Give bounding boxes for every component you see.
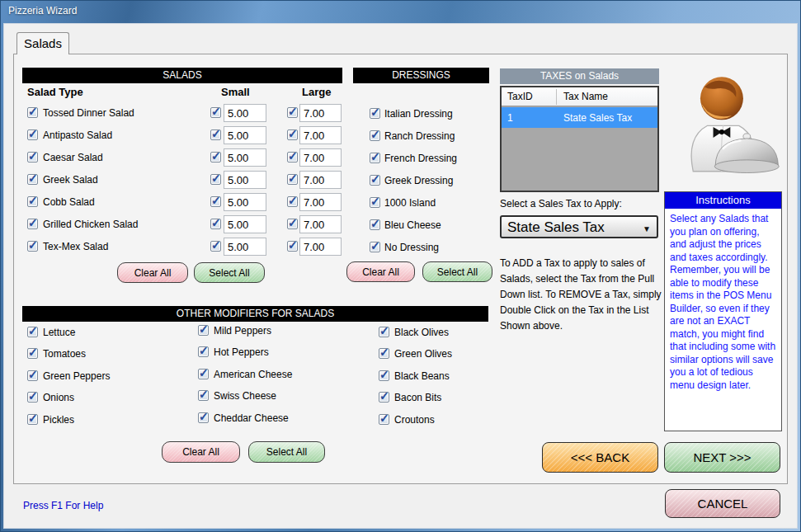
instructions-header: Instructions	[665, 192, 781, 209]
modifier-label: Pickles	[43, 413, 74, 426]
next-button[interactable]: NEXT >>>	[664, 442, 780, 473]
dressings-select-all-button[interactable]: Select All	[422, 261, 492, 282]
help-hint-text: Press F1 For Help	[23, 500, 103, 511]
tab-salads[interactable]: Salads	[16, 32, 69, 54]
dressing-checkbox[interactable]	[370, 153, 380, 163]
tax-grid-header-row: TaxID Tax Name	[502, 87, 657, 106]
modifier-checkbox[interactable]	[379, 327, 389, 337]
modifier-label: Bacon Bits	[394, 391, 441, 404]
dressing-checkbox[interactable]	[370, 108, 380, 119]
modifier-checkbox[interactable]	[379, 392, 389, 403]
salads-select-all-button[interactable]: Select All	[194, 262, 265, 283]
tax-grid-col-taxname: Tax Name	[563, 91, 608, 102]
modifier-label: Croutons	[394, 413, 435, 426]
modifier-label: American Cheese	[214, 368, 292, 381]
modifier-checkbox[interactable]	[27, 348, 38, 359]
modifier-checkbox[interactable]	[198, 369, 209, 379]
modifier-checkbox[interactable]	[27, 327, 38, 337]
sales-tax-dropdown-value: State Sales Tax	[507, 219, 605, 236]
pizzeria-wizard-window: Pizzeria Wizard Salads SALADS Salad Type…	[0, 0, 801, 532]
tax-grid[interactable]: TaxID Tax Name 1 State Sales Tax	[500, 86, 659, 192]
modifier-label: Green Olives	[394, 347, 452, 360]
instructions-panel: Instructions Select any Salads that you …	[664, 191, 782, 431]
large-column-header: Large	[302, 86, 331, 98]
dressing-checkbox[interactable]	[370, 242, 380, 252]
modifier-checkbox[interactable]	[27, 392, 38, 403]
modifier-checkbox[interactable]	[198, 412, 209, 423]
window-title: Pizzeria Wizard	[8, 5, 77, 16]
dressing-checkbox[interactable]	[370, 175, 380, 186]
tax-id-cell: 1	[507, 112, 513, 124]
dressing-checkbox[interactable]	[370, 130, 380, 141]
dressing-label: Greek Dressing	[384, 174, 453, 187]
modifier-label: Cheddar Cheese	[214, 412, 289, 425]
modifier-label: Black Olives	[394, 326, 449, 339]
modifier-label: Hot Peppers	[214, 346, 269, 359]
modifier-label: Black Beans	[394, 370, 450, 383]
tax-grid-row-selected[interactable]: 1 State Sales Tax	[502, 107, 657, 128]
tax-help-text: To ADD a Tax to apply to sales of Salads…	[500, 256, 663, 334]
taxes-section-header: TAXES on Salads	[500, 68, 659, 84]
title-bar[interactable]: Pizzeria Wizard	[0, 0, 801, 23]
chevron-down-icon: ▼	[643, 224, 651, 233]
dressing-label: Ranch Dressing	[384, 129, 455, 143]
back-button[interactable]: <<< BACK	[542, 442, 658, 473]
select-tax-label: Select a Sales Tax to Apply:	[500, 197, 622, 210]
tax-name-cell: State Sales Tax	[563, 112, 632, 124]
waiter-icon	[673, 59, 780, 190]
modifier-label: Lettuce	[43, 326, 75, 339]
modifier-label: Mild Peppers	[214, 324, 271, 337]
modifier-label: Green Peppers	[43, 370, 110, 383]
modifier-label: Swiss Cheese	[214, 389, 276, 403]
tax-grid-col-taxid: TaxID	[507, 91, 533, 102]
modifier-checkbox[interactable]	[27, 370, 38, 381]
dressings-clear-all-button[interactable]: Clear All	[346, 261, 415, 282]
dressing-label: Italian Dressing	[384, 107, 453, 120]
dressing-checkbox[interactable]	[370, 197, 380, 208]
dressing-checkbox[interactable]	[370, 219, 380, 230]
instructions-body: Select any Salads that you plan on offer…	[665, 210, 781, 394]
cancel-button[interactable]: CANCEL	[665, 489, 780, 518]
modifier-checkbox[interactable]	[198, 325, 209, 336]
salads-section-header: SALADS	[22, 68, 342, 83]
modifiers-clear-all-button[interactable]: Clear All	[162, 441, 240, 463]
modifier-checkbox[interactable]	[379, 348, 389, 359]
dressing-label: No Dressing	[384, 241, 439, 254]
sales-tax-dropdown[interactable]: State Sales Tax ▼	[500, 215, 658, 238]
modifiers-select-all-button[interactable]: Select All	[248, 441, 325, 463]
dressing-label: Bleu Cheese	[384, 219, 441, 232]
salads-clear-all-button[interactable]: Clear All	[117, 262, 188, 283]
modifier-checkbox[interactable]	[379, 370, 389, 381]
dressings-section-header: DRESSINGS	[353, 68, 489, 83]
modifier-checkbox[interactable]	[198, 346, 209, 357]
tab-label: Salads	[24, 36, 62, 50]
modifier-checkbox[interactable]	[379, 414, 389, 425]
modifier-label: Onions	[43, 391, 74, 404]
dressing-label: French Dressing	[384, 152, 457, 165]
small-column-header: Small	[221, 86, 250, 98]
dressing-label: 1000 Island	[384, 196, 436, 210]
salad-type-column-header: Salad Type	[27, 86, 83, 98]
modifier-checkbox[interactable]	[198, 390, 209, 401]
modifier-label: Tomatoes	[43, 347, 86, 360]
modifiers-section-header: OTHER MODIFIERS FOR SALADS	[22, 306, 488, 322]
modifier-checkbox[interactable]	[27, 414, 38, 425]
